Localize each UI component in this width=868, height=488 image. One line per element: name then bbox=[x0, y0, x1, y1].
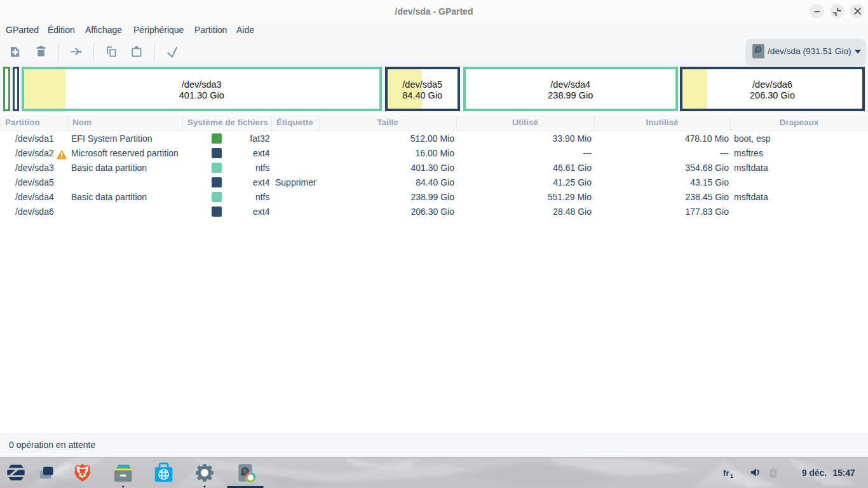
svg-text:1: 1 bbox=[730, 473, 733, 479]
svg-text:fr: fr bbox=[723, 468, 729, 478]
svg-text:9 déc.: 9 déc. bbox=[802, 468, 827, 478]
svg-text:15:47: 15:47 bbox=[833, 468, 856, 478]
